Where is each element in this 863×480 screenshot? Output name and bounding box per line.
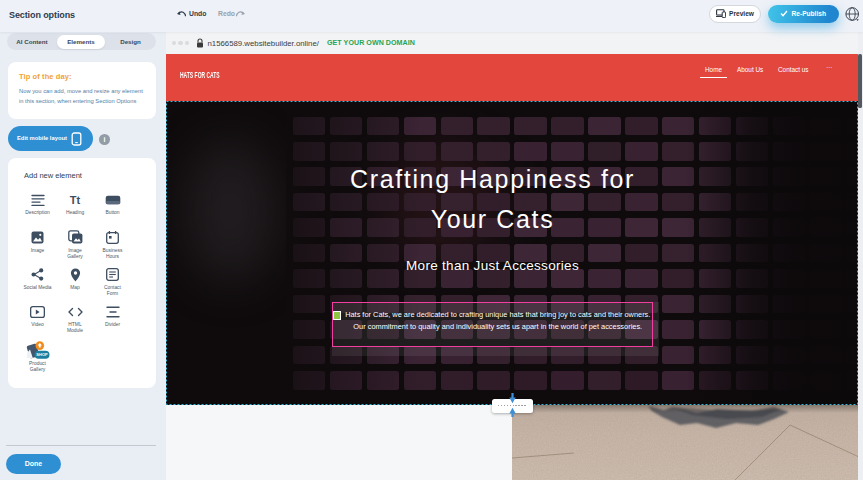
svg-text:SHOP: SHOP bbox=[36, 352, 48, 357]
